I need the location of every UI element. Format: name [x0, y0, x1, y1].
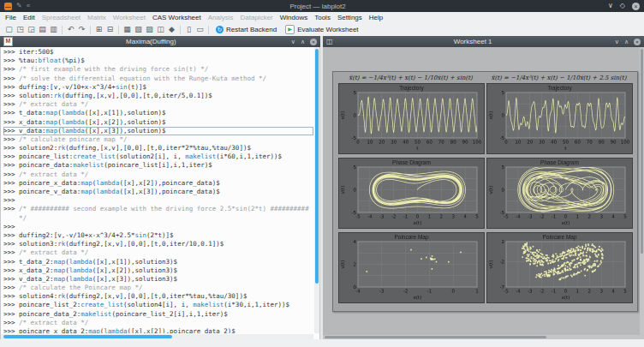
minimize-icon[interactable]: ∨: [608, 0, 613, 12]
open-file-icon[interactable]: ◳: [15, 23, 26, 36]
worksheet-view[interactable]: ẍ(t) = −1/4x³(t) + x(t) − 1/10ẋ(t) + sin…: [323, 47, 644, 339]
worksheet-float-icon[interactable]: ∨: [615, 36, 619, 47]
plot-poincare-map-left[interactable]: Poincare Map: [338, 232, 485, 303]
worksheet-vertical-scrollbar-thumb[interactable]: [641, 49, 643, 254]
code-line[interactable]: >>>%tau:bfloat(%pi)$: [3, 57, 313, 65]
code-line[interactable]: >>>x_data:map(lambda([x],x[2]),solution)…: [3, 118, 313, 127]
plot-poincare-map-right[interactable]: Poincare Map: [486, 232, 633, 303]
save-icon[interactable]: ◲: [26, 23, 37, 36]
equation-title-2: ẍ(t) = −1/4x³(t) + x(t) − 1/10ẋ(t) + 2.5…: [486, 75, 631, 81]
maximize-icon[interactable]: ◇: [620, 0, 625, 12]
code-line[interactable]: >>>duffing2:[v,-v/10+x-x^3/4+2.5*sin(2*t…: [3, 231, 313, 240]
plot-title: Poincare Map: [339, 234, 484, 240]
maxima-float-icon[interactable]: ∨: [291, 36, 295, 47]
code-line[interactable]: >>>: [3, 196, 313, 205]
code-line[interactable]: >>>t_data:map(lambda([x],x[1]),solution)…: [3, 109, 313, 117]
code-line[interactable]: >>>poincare_data_2:makelist(poincare_lis…: [3, 310, 313, 319]
worksheet-page[interactable]: ẍ(t) = −1/4x³(t) + x(t) − 1/10ẋ(t) + sin…: [332, 71, 638, 312]
code-line[interactable]: >>>v_data:map(lambda([x],x[3]),solution)…: [3, 127, 313, 135]
close-icon[interactable]: ×: [632, 3, 640, 10]
properties-explorer-icon[interactable]: ⊟: [104, 23, 116, 36]
code-line[interactable]: >>>/* solve the differential equation wi…: [3, 75, 313, 83]
code-line[interactable]: >>>solution:rk(duffing,[x,v],[0,0],[t,0,…: [3, 92, 313, 100]
menu-help[interactable]: Help: [366, 14, 386, 21]
new-matrix-icon[interactable]: ▨: [144, 23, 155, 36]
code-line[interactable]: >>>duffing:[v,-v/10+x-x^3/4+sin(t)]$: [3, 83, 313, 92]
worksheet-vertical-scrollbar[interactable]: [640, 47, 644, 339]
evaluate-worksheet-icon: ▶: [285, 25, 295, 34]
code-line[interactable]: >>>poincare_data:makelist(poincare_list[…: [3, 161, 313, 170]
app-window: ✎ « Project — labplot2 ∨ ◇ × FileEditSpr…: [0, 0, 644, 37]
code-line[interactable]: >>>/* calculate poincare map */: [3, 135, 313, 144]
menu-tools[interactable]: Tools: [311, 14, 334, 21]
new-document-icon[interactable]: ▢: [3, 23, 15, 36]
plot-phase-diagram-right[interactable]: Phase Diagram: [486, 158, 633, 229]
new-spreadsheet-icon[interactable]: ▧: [133, 23, 144, 36]
print-icon[interactable]: ▤: [37, 23, 48, 36]
titlebar: ✎ « Project — labplot2 ∨ ◇ ×: [0, 0, 644, 12]
toolbar-separator: [90, 26, 91, 34]
plot-trajectory-right[interactable]: Trajectory: [486, 83, 633, 154]
code-line[interactable]: >>>v_data_2:map(lambda([x],x[3]),solutio…: [3, 275, 313, 284]
new-datapicker-icon[interactable]: ◆: [166, 23, 177, 36]
menu-settings[interactable]: Settings: [334, 14, 366, 21]
menu-file[interactable]: File: [2, 14, 20, 21]
code-line[interactable]: >>>: [3, 223, 313, 231]
maxima-dock-icon[interactable]: ∧: [301, 36, 305, 47]
new-workbook-icon[interactable]: ▦: [122, 23, 133, 36]
restart-backend-button[interactable]: ↻ Restart Backend: [212, 26, 281, 33]
plot-canvas: [487, 233, 632, 302]
plot-phase-diagram-left[interactable]: Phase Diagram: [338, 158, 485, 229]
code-line[interactable]: >>>x_data_2:map(lambda([x],x[2]),solutio…: [3, 266, 313, 275]
code-line[interactable]: >>>poincare_list_2:create_list(solution4…: [3, 301, 313, 309]
code-line[interactable]: */: [3, 214, 313, 223]
code-line[interactable]: >>>solution2:rk(duffing,[x,v],[0,0],[t,0…: [3, 144, 313, 153]
code-line[interactable]: >>>t_data_2:map(lambda([x],x[1]),solutio…: [3, 258, 313, 266]
redo-icon[interactable]: ↷: [76, 23, 87, 36]
code-line[interactable]: >>>/* extract data */: [3, 100, 313, 109]
collapse-icon[interactable]: «: [27, 0, 30, 12]
new-note-icon[interactable]: ▯: [183, 23, 194, 36]
code-area[interactable]: >>>iter:500$>>>%tau:bfloat(%pi)$>>>/* fi…: [3, 48, 313, 333]
code-horizontal-scrollbar-thumb[interactable]: [3, 335, 172, 338]
code-line[interactable]: >>>/* calculate the Poincare map */: [3, 284, 313, 292]
code-vertical-scrollbar[interactable]: [314, 47, 319, 333]
menu-windows[interactable]: Windows: [277, 14, 311, 21]
evaluate-worksheet-button[interactable]: ▶ Evaluate Worksheet: [281, 25, 362, 34]
code-line[interactable]: >>>iter:500$: [3, 48, 313, 57]
worksheet-close-icon[interactable]: ×: [634, 39, 641, 45]
menu-edit[interactable]: Edit: [20, 14, 39, 21]
maxima-close-icon[interactable]: ×: [310, 39, 317, 45]
cas-session-view[interactable]: >>>iter:500$>>>%tau:bfloat(%pi)$>>>/* fi…: [0, 47, 320, 339]
code-line[interactable]: >>>poincare_x_data:map(lambda([x],x[2]),…: [3, 179, 313, 188]
plot-trajectory-left[interactable]: Trajectory: [338, 83, 485, 154]
code-line[interactable]: >>>poincare_list:create_list(solution2[i…: [3, 153, 313, 161]
evaluate-worksheet-label: Evaluate Worksheet: [297, 26, 358, 33]
code-vertical-scrollbar-thumb[interactable]: [315, 49, 319, 284]
code-line[interactable]: >>>/* first example with the driving for…: [3, 65, 313, 74]
new-worksheet-icon[interactable]: ◫: [155, 23, 166, 36]
worksheet-dock-icon[interactable]: ∧: [624, 36, 629, 47]
plot-title: Phase Diagram: [487, 159, 632, 165]
new-folder-icon[interactable]: ▭: [194, 23, 206, 36]
worksheet-panel-header[interactable]: ◫ Worksheet 1 ∨ ∧ ×: [323, 36, 644, 47]
worksheet-panel-title: Worksheet 1: [337, 38, 610, 45]
code-line[interactable]: >>>solution3:rk(duffing2,[x,v],[0,0],[t,…: [3, 240, 313, 248]
code-line[interactable]: >>>poincare_x_data_2:map(lambda([x],x[2]…: [3, 327, 313, 333]
plot-canvas: [487, 84, 632, 153]
worksheet-horizontal-scrollbar-thumb[interactable]: [325, 336, 546, 338]
plot-title: Phase Diagram: [339, 159, 484, 165]
menu-cas-worksheet[interactable]: CAS Worksheet: [149, 14, 205, 21]
worksheet-icon: ◫: [326, 38, 333, 45]
pin-icon[interactable]: ✎: [16, 0, 22, 12]
code-line[interactable]: >>>/* extract data */: [3, 319, 313, 327]
code-line[interactable]: >>>/* extract data */: [3, 248, 313, 257]
undo-icon[interactable]: ↶: [65, 23, 76, 36]
code-line[interactable]: >>>poincare_v_data:map(lambda([x],x[3]),…: [3, 188, 313, 196]
code-line[interactable]: >>>solution4:rk(duffing2,[x,v],[0,0],[t,…: [3, 292, 313, 301]
maxima-panel-header[interactable]: M Maxima(Duffing) ∨ ∧ ×: [0, 36, 320, 47]
code-line[interactable]: >>>/* ########## second example with the…: [3, 205, 313, 213]
code-line[interactable]: >>>/* extract data */: [3, 171, 313, 179]
project-explorer-icon[interactable]: ⊞: [93, 23, 104, 36]
print-preview-icon[interactable]: ▥: [48, 23, 59, 36]
